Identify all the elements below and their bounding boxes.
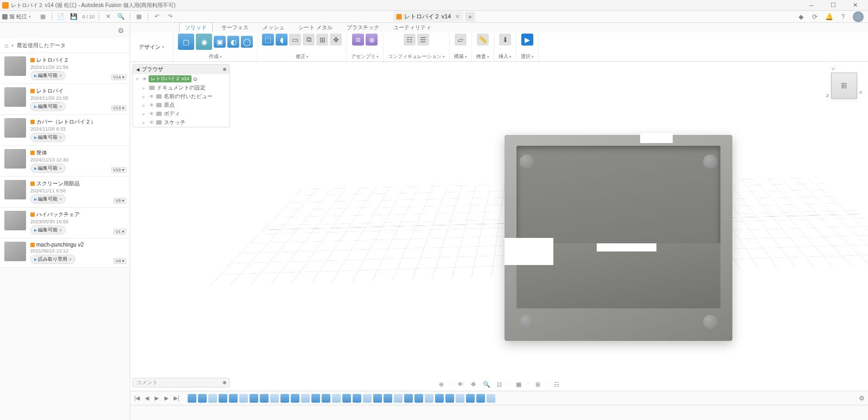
- timeline-feature[interactable]: [404, 394, 413, 403]
- timeline-feature[interactable]: [353, 394, 361, 403]
- orbit-icon[interactable]: ⊕: [437, 380, 446, 389]
- tl-next-icon[interactable]: ▶: [163, 395, 170, 402]
- timeline-feature[interactable]: [466, 394, 475, 403]
- undo-icon[interactable]: ↶: [152, 12, 161, 21]
- timeline-feature[interactable]: [435, 394, 444, 403]
- model-body[interactable]: [505, 135, 732, 341]
- version-badge[interactable]: V19 ▾: [111, 167, 126, 173]
- tree-node[interactable]: ▹👁名前の付いたビュー: [133, 92, 229, 101]
- home-icon[interactable]: ⌂: [4, 42, 8, 49]
- new-tab-button[interactable]: +: [465, 12, 475, 22]
- user-chip[interactable]: 堀 松江 ▾: [2, 13, 31, 21]
- timeline-feature[interactable]: [198, 394, 207, 403]
- timeline-feature[interactable]: [311, 394, 320, 403]
- data-panel-toggle-icon[interactable]: ▦: [39, 12, 47, 21]
- version-badge[interactable]: V1 ▾: [113, 229, 126, 235]
- user-avatar[interactable]: [853, 11, 864, 22]
- panel-menu-icon[interactable]: [223, 381, 226, 384]
- access-dropdown[interactable]: ▶編集可能▾: [30, 225, 66, 235]
- timeline-feature[interactable]: [363, 394, 372, 403]
- close-icon[interactable]: ✕: [104, 12, 112, 21]
- window-minimize-button[interactable]: ─: [801, 1, 822, 10]
- align-icon[interactable]: ⊞: [316, 34, 328, 46]
- timeline-feature[interactable]: [332, 394, 341, 403]
- timeline-feature[interactable]: [270, 394, 279, 403]
- access-dropdown[interactable]: ▶読み取り専用▾: [30, 255, 75, 264]
- timeline-feature[interactable]: [445, 394, 454, 403]
- project-item[interactable]: 筐体 2024/11/13 12:49 ▶編集可能▾ V19 ▾: [0, 146, 130, 177]
- timeline-feature[interactable]: [342, 394, 351, 403]
- viewport-icon[interactable]: ☷: [552, 380, 561, 389]
- project-item[interactable]: レトロパイ２ 2024/11/26 21:56 ▶編集可能▾ V14 ▾: [0, 53, 130, 84]
- inspect-icon[interactable]: 📏: [477, 34, 489, 46]
- save-icon[interactable]: 💾: [69, 12, 78, 21]
- look-icon[interactable]: 👁: [456, 380, 465, 389]
- project-item[interactable]: レトロパイ 2024/11/26 21:05 ▶編集可能▾ V13 ▾: [0, 84, 130, 115]
- timeline-feature[interactable]: [476, 394, 485, 403]
- ribbon-tab[interactable]: ユーティリティ: [388, 23, 437, 33]
- project-item[interactable]: カバー（レトロパイ２） 2024/11/26 8:33 ▶編集可能▾: [0, 115, 130, 146]
- timeline-feature[interactable]: [250, 394, 258, 403]
- fit-icon[interactable]: ⊡: [495, 380, 504, 389]
- timeline-feature[interactable]: [219, 394, 227, 403]
- tl-end-icon[interactable]: ▶|: [173, 395, 180, 402]
- create-form-icon[interactable]: ◉: [196, 34, 212, 50]
- timeline-feature[interactable]: [280, 394, 289, 403]
- hole-icon[interactable]: ◯: [241, 36, 253, 48]
- comment-panel[interactable]: コメント: [132, 378, 230, 387]
- notifications-icon[interactable]: 🔔: [825, 12, 833, 21]
- timeline-feature[interactable]: [208, 394, 217, 403]
- timeline-feature[interactable]: [229, 394, 238, 403]
- root-tag[interactable]: レトロパイ２ v14: [149, 75, 192, 82]
- timeline-feature[interactable]: [414, 394, 423, 403]
- move-icon[interactable]: ✥: [330, 34, 342, 46]
- access-dropdown[interactable]: ▶編集可能▾: [30, 71, 66, 80]
- fillet-icon[interactable]: ◖: [276, 34, 288, 46]
- timeline-feature[interactable]: [384, 394, 392, 403]
- tl-start-icon[interactable]: |◀: [133, 395, 141, 402]
- tree-node[interactable]: ▹👁原点: [133, 101, 229, 109]
- timeline-feature[interactable]: [487, 394, 495, 403]
- grid-icon[interactable]: ▦: [135, 12, 143, 21]
- workspace-switcher[interactable]: デザイン ▾: [130, 33, 174, 61]
- window-maximize-button[interactable]: ☐: [822, 1, 844, 10]
- timeline-feature[interactable]: [456, 394, 464, 403]
- timeline-feature[interactable]: [322, 394, 330, 403]
- version-badge[interactable]: V13 ▾: [111, 105, 126, 111]
- timeline-feature[interactable]: [373, 394, 382, 403]
- extensions-icon[interactable]: ◆: [796, 12, 805, 21]
- ribbon-tab[interactable]: ソリッド: [179, 22, 213, 33]
- pan-icon[interactable]: ✥: [469, 380, 478, 389]
- updates-icon[interactable]: ⟳: [810, 12, 819, 21]
- access-dropdown[interactable]: ▶編集可能▾: [30, 133, 66, 142]
- config-icon[interactable]: ☷: [404, 34, 416, 46]
- version-badge[interactable]: V14 ▾: [111, 74, 126, 80]
- display-icon[interactable]: ▦: [514, 380, 523, 389]
- version-badge[interactable]: V4 ▾: [113, 258, 126, 264]
- zoom-icon[interactable]: 🔍: [482, 380, 491, 389]
- view-cube[interactable]: 前 Z: [831, 73, 857, 99]
- insert-icon[interactable]: ⬇: [499, 34, 511, 46]
- ribbon-tab[interactable]: プラスチック: [341, 23, 385, 33]
- document-tab[interactable]: レトロパイ２ v14 ✕: [393, 11, 463, 22]
- timeline-feature[interactable]: [188, 394, 196, 403]
- access-dropdown[interactable]: ▶編集可能▾: [30, 195, 66, 204]
- canvas[interactable]: ◀ブラウザ ▿👁レトロパイ２ v14⊙ ▹ドキュメントの設定▹👁名前の付いたビュ…: [130, 62, 868, 420]
- assemble-icon[interactable]: ⊕: [366, 34, 378, 46]
- data-breadcrumb[interactable]: ⌂ › 最近使用したデータ: [0, 38, 130, 53]
- ribbon-tab[interactable]: メッシュ: [257, 23, 290, 33]
- tree-node[interactable]: ▹👁ボディ: [133, 109, 229, 118]
- version-badge[interactable]: V5 ▾: [113, 198, 126, 204]
- timeline-feature[interactable]: [394, 394, 403, 403]
- help-icon[interactable]: ?: [839, 12, 847, 21]
- grid-settings-icon[interactable]: ⊞: [533, 380, 542, 389]
- settings-icon[interactable]: ⚙: [118, 27, 124, 35]
- project-item[interactable]: ハイバックチェア 2023/05/30 19:58 ▶編集可能▾ V1 ▾: [0, 208, 130, 238]
- ribbon-tab[interactable]: サーフェス: [216, 23, 254, 33]
- timeline-feature[interactable]: [260, 394, 269, 403]
- close-tab-icon[interactable]: ✕: [455, 14, 459, 20]
- tree-node[interactable]: ▹ドキュメントの設定: [133, 83, 229, 92]
- combine-icon[interactable]: ⧉: [303, 34, 315, 46]
- timeline-feature[interactable]: [291, 394, 299, 403]
- timeline-feature[interactable]: [239, 394, 248, 403]
